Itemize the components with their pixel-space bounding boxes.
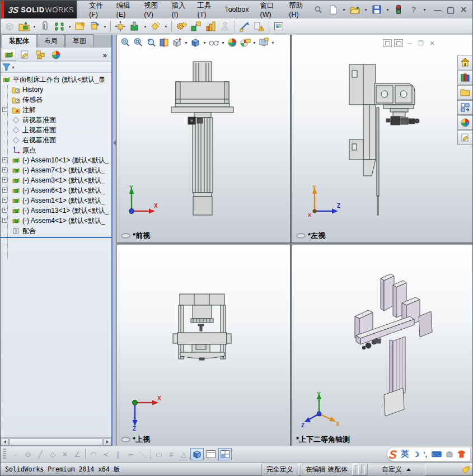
viewport-top[interactable]: X Z *上视 bbox=[117, 245, 290, 446]
view-settings-icon[interactable] bbox=[257, 36, 270, 49]
pane-right-icon[interactable] bbox=[394, 39, 403, 47]
view-lock-icon[interactable] bbox=[121, 233, 130, 239]
tree-item-top-plane[interactable]: 上视基准面 bbox=[1, 125, 111, 135]
tree-item-assem4[interactable]: (-) Assem4<1> (默认<默认_ bbox=[1, 216, 111, 226]
single-view-button[interactable] bbox=[190, 448, 204, 460]
tree-item-assem13[interactable]: (-) Assem13<1> (默认<默认_ bbox=[1, 206, 111, 216]
save-icon[interactable] bbox=[370, 3, 383, 16]
view-palette-icon[interactable] bbox=[457, 100, 472, 115]
options-traffic-light-icon[interactable] bbox=[392, 3, 405, 16]
restore-document-icon[interactable] bbox=[416, 39, 425, 47]
maximize-button[interactable] bbox=[447, 6, 455, 14]
scroll-right-icon[interactable] bbox=[103, 438, 111, 446]
menu-toolbox[interactable]: Toolbox bbox=[219, 3, 254, 16]
preview-window-icon[interactable] bbox=[73, 20, 87, 33]
view-orientation-icon[interactable] bbox=[171, 36, 183, 49]
tree-item-mates[interactable]: 配合 bbox=[1, 226, 111, 236]
toolbar-grip[interactable] bbox=[3, 449, 6, 460]
new-document-caret[interactable] bbox=[341, 3, 346, 16]
instant3d-icon[interactable] bbox=[238, 20, 251, 33]
edit-component-icon[interactable] bbox=[3, 20, 16, 33]
tree-item-root[interactable]: 平面刨床工作台 (默认<默认_显 bbox=[1, 74, 111, 85]
menu-window[interactable]: 窗口(W) bbox=[254, 0, 283, 21]
motion-gears-icon[interactable] bbox=[175, 20, 188, 33]
menu-insert[interactable]: 插入(I) bbox=[166, 0, 192, 21]
tab-layout[interactable]: 布局 bbox=[37, 34, 65, 48]
minimize-button[interactable] bbox=[434, 6, 441, 13]
snap-intersection-icon[interactable]: ✕ bbox=[59, 450, 71, 459]
view-settings-caret[interactable] bbox=[270, 36, 275, 49]
expand-icon[interactable] bbox=[2, 167, 7, 172]
viewport-left[interactable]: Y Z X *左视 bbox=[292, 35, 473, 242]
menu-view[interactable]: 视图(V) bbox=[138, 0, 166, 21]
search-icon[interactable] bbox=[311, 3, 325, 16]
tree-item-right-plane[interactable]: 右视基准面 bbox=[1, 135, 111, 145]
help-icon[interactable]: ? bbox=[407, 3, 420, 16]
menu-file[interactable]: 文件(F) bbox=[83, 0, 111, 21]
tree-item-history[interactable]: History bbox=[1, 85, 111, 95]
snap-polygon-icon[interactable]: ◇ bbox=[46, 450, 59, 459]
configuration-manager-icon[interactable] bbox=[33, 49, 48, 61]
snap-corner-icon[interactable]: ⌐ bbox=[124, 450, 137, 459]
assembly-visualization-icon[interactable] bbox=[204, 20, 217, 33]
property-manager-icon[interactable] bbox=[17, 49, 32, 61]
snap-perpendicular-icon[interactable]: ≺ bbox=[100, 450, 112, 459]
apply-scene-icon[interactable] bbox=[239, 36, 251, 49]
snap-trace-icon[interactable]: ⋱ bbox=[137, 450, 149, 459]
filter-caret[interactable] bbox=[11, 61, 16, 73]
ime-toolbox-icon[interactable] bbox=[446, 450, 453, 458]
ime-language-toggle[interactable]: 英 bbox=[401, 449, 409, 459]
expand-icon[interactable] bbox=[2, 188, 7, 193]
custom-properties-icon[interactable] bbox=[457, 130, 472, 145]
rotate-component-icon[interactable] bbox=[88, 20, 101, 33]
tree-item-sensors[interactable]: 传感器 bbox=[1, 95, 111, 105]
close-button[interactable] bbox=[460, 6, 467, 13]
viewport-splitter-horizontal[interactable] bbox=[117, 242, 473, 245]
tree-item-assem6[interactable]: (-) Assem6<1> (默认<默认_ bbox=[1, 185, 111, 195]
tree-item-origin[interactable]: 原点 bbox=[1, 145, 111, 155]
scroll-left-icon[interactable] bbox=[1, 438, 9, 446]
insert-components-caret[interactable] bbox=[32, 20, 37, 32]
file-explorer-icon[interactable] bbox=[457, 85, 472, 100]
display-style-caret[interactable] bbox=[202, 36, 207, 49]
ime-punctuation-icon[interactable]: ’, bbox=[423, 450, 427, 459]
previous-view-icon[interactable] bbox=[145, 36, 157, 49]
hide-show-items-icon[interactable] bbox=[208, 36, 220, 49]
smart-fasteners-caret[interactable] bbox=[143, 20, 148, 32]
expand-icon[interactable] bbox=[2, 208, 7, 213]
expand-icon[interactable] bbox=[2, 198, 7, 203]
mate-icon[interactable] bbox=[53, 20, 66, 33]
move-component-icon[interactable] bbox=[114, 20, 127, 33]
tree-item-assem10[interactable]: (-) Assem10<1> (默认<默认_ bbox=[1, 155, 111, 165]
save-caret[interactable] bbox=[385, 3, 390, 16]
tag-icon[interactable] bbox=[461, 465, 470, 474]
panel-splitter[interactable] bbox=[113, 35, 117, 446]
grid-icon[interactable]: # bbox=[165, 450, 177, 459]
assembly-features-icon[interactable] bbox=[149, 20, 162, 33]
assembly-features-caret[interactable] bbox=[163, 20, 168, 32]
ime-keyboard-icon[interactable]: ⌨ bbox=[431, 450, 442, 459]
insert-components-icon[interactable] bbox=[17, 20, 31, 33]
view-orientation-caret[interactable] bbox=[184, 36, 189, 49]
zoom-to-area-icon[interactable] bbox=[132, 36, 144, 49]
smart-fasteners-icon[interactable] bbox=[128, 20, 142, 33]
open-document-caret[interactable] bbox=[363, 3, 368, 16]
solidworks-resources-icon[interactable] bbox=[457, 55, 472, 69]
sogou-logo[interactable]: S bbox=[388, 449, 397, 460]
tree-item-assem1[interactable]: (-) Assem1<1> (默认<默认_ bbox=[1, 195, 111, 206]
collapse-panel-icon[interactable] bbox=[113, 140, 116, 146]
snap-center-icon[interactable]: ⊙ bbox=[22, 450, 34, 459]
attachment-icon[interactable] bbox=[38, 20, 51, 33]
minimize-document-icon[interactable] bbox=[405, 39, 414, 47]
snap-line-icon[interactable]: ╱ bbox=[34, 450, 46, 459]
update-references-icon[interactable]: ! bbox=[252, 20, 266, 33]
expand-icon[interactable] bbox=[2, 107, 7, 112]
tree-item-assem7[interactable]: (-) Assem7<1> (默认<默认_ bbox=[1, 165, 111, 175]
tab-sketch[interactable]: 草图 bbox=[65, 34, 93, 48]
close-document-icon[interactable] bbox=[428, 39, 437, 47]
scrollbar-thumb[interactable] bbox=[10, 438, 102, 446]
rotate-component-caret[interactable] bbox=[102, 20, 107, 32]
hide-show-items-caret[interactable] bbox=[221, 36, 226, 49]
new-document-icon[interactable] bbox=[326, 3, 340, 16]
design-library-icon[interactable] bbox=[457, 70, 472, 85]
